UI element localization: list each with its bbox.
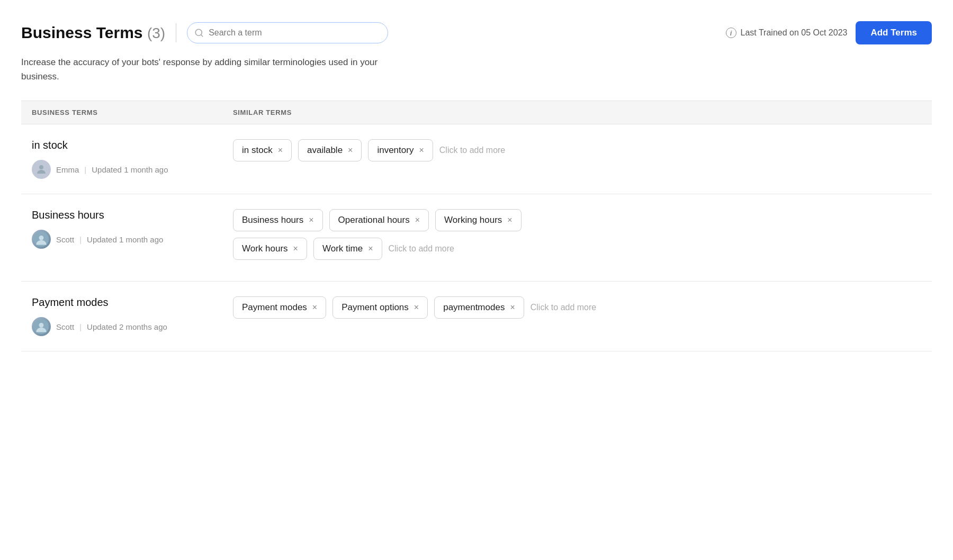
click-to-add-more[interactable]: Click to add more	[389, 244, 455, 254]
page-title: Business Terms (3)	[21, 24, 165, 42]
remove-tag-button[interactable]: ×	[368, 245, 373, 253]
tag-label: Work time	[322, 243, 363, 254]
avatar-initial	[32, 230, 51, 249]
avatar-initial	[32, 317, 51, 336]
remove-tag-button[interactable]: ×	[414, 303, 419, 312]
pipe-separator: |	[84, 165, 86, 174]
remove-tag-button[interactable]: ×	[507, 216, 512, 224]
remove-tag-button[interactable]: ×	[309, 216, 313, 224]
table-row: Payment modesScott|Updated 2 months agoP…	[21, 282, 932, 351]
term-name: in stock	[32, 139, 212, 151]
business-term-cell: in stockEmma|Updated 1 month ago	[21, 124, 222, 194]
click-to-add-more[interactable]: Click to add more	[531, 303, 597, 312]
add-terms-button[interactable]: Add Terms	[856, 21, 932, 44]
tags-row-1: Business hours×Operational hours×Working…	[233, 209, 921, 231]
remove-tag-button[interactable]: ×	[510, 303, 515, 312]
search-input[interactable]	[187, 22, 388, 43]
business-term-cell: Payment modesScott|Updated 2 months ago	[21, 282, 222, 351]
similar-term-tag: Work time×	[313, 238, 382, 260]
tag-label: Working hours	[444, 215, 502, 225]
tag-label: Work hours	[242, 243, 288, 254]
terms-table: BUSINESS TERMS SIMILAR TERMS in stockEmm…	[21, 101, 932, 351]
svg-point-4	[39, 236, 44, 240]
user-info: Scott|Updated 2 months ago	[32, 317, 212, 336]
tag-label: available	[307, 145, 343, 156]
avatar	[32, 230, 51, 249]
user-name: Scott	[56, 322, 74, 331]
svg-point-6	[39, 323, 44, 328]
user-info: Emma|Updated 1 month ago	[32, 160, 212, 179]
term-name: Business hours	[32, 209, 212, 221]
user-face-icon	[34, 319, 49, 334]
table-header: BUSINESS TERMS SIMILAR TERMS	[21, 101, 932, 124]
user-info: Scott|Updated 1 month ago	[32, 230, 212, 249]
similar-term-tag: Payment modes×	[233, 296, 326, 319]
updated-time: Updated 2 months ago	[87, 322, 167, 331]
tag-label: paymentmodes	[443, 302, 505, 313]
avatar	[32, 160, 51, 179]
page-header: Business Terms (3) i Last Trained on 05 …	[21, 21, 932, 44]
remove-tag-button[interactable]: ×	[348, 146, 353, 155]
tag-label: Operational hours	[338, 215, 410, 225]
info-icon: i	[726, 28, 736, 38]
similar-term-tag: inventory×	[368, 139, 433, 161]
similar-term-tag: Working hours×	[435, 209, 522, 231]
remove-tag-button[interactable]: ×	[278, 146, 283, 155]
tags-row-2: Work hours×Work time×Click to add more	[233, 238, 921, 260]
page-subtitle: Increase the accuracy of your bots' resp…	[21, 55, 392, 84]
similar-term-tag: available×	[298, 139, 362, 161]
tag-label: in stock	[242, 145, 273, 156]
col-similar-terms-header: SIMILAR TERMS	[222, 101, 932, 124]
user-face-icon	[34, 232, 49, 247]
tags-row: Payment modes×Payment options×paymentmod…	[233, 296, 921, 319]
svg-line-1	[201, 34, 203, 36]
click-to-add-more[interactable]: Click to add more	[439, 146, 506, 155]
tag-label: Business hours	[242, 215, 303, 225]
tags-row: in stock×available×inventory×Click to ad…	[233, 139, 921, 161]
remove-tag-button[interactable]: ×	[415, 216, 420, 224]
updated-time: Updated 1 month ago	[87, 235, 163, 244]
updated-time: Updated 1 month ago	[92, 165, 168, 174]
pipe-separator: |	[79, 235, 82, 244]
remove-tag-button[interactable]: ×	[293, 245, 298, 253]
similar-terms-cell: in stock×available×inventory×Click to ad…	[222, 124, 932, 194]
search-icon	[194, 28, 204, 38]
remove-tag-button[interactable]: ×	[312, 303, 317, 312]
header-divider	[176, 23, 176, 42]
similar-term-tag: Operational hours×	[329, 209, 429, 231]
search-wrapper	[187, 22, 388, 43]
term-name: Payment modes	[32, 296, 212, 309]
similar-terms-cell: Business hours×Operational hours×Working…	[222, 194, 932, 282]
table-body: in stockEmma|Updated 1 month agoin stock…	[21, 124, 932, 351]
tag-label: Payment options	[341, 302, 409, 313]
business-term-cell: Business hoursScott|Updated 1 month ago	[21, 194, 222, 282]
remove-tag-button[interactable]: ×	[419, 146, 424, 155]
similar-terms-cell: Payment modes×Payment options×paymentmod…	[222, 282, 932, 351]
user-name: Scott	[56, 235, 74, 244]
last-trained-info: i Last Trained on 05 Oct 2023	[726, 28, 848, 38]
svg-point-2	[39, 165, 43, 169]
similar-term-tag: paymentmodes×	[434, 296, 524, 319]
tag-label: Payment modes	[242, 302, 307, 313]
similar-term-tag: Payment options×	[332, 296, 428, 319]
table-row: Business hoursScott|Updated 1 month agoB…	[21, 194, 932, 282]
col-business-terms-header: BUSINESS TERMS	[21, 101, 222, 124]
pipe-separator: |	[79, 322, 82, 331]
similar-term-tag: Work hours×	[233, 238, 307, 260]
similar-term-tag: Business hours×	[233, 209, 323, 231]
person-icon	[35, 163, 48, 176]
table-row: in stockEmma|Updated 1 month agoin stock…	[21, 124, 932, 194]
similar-term-tag: in stock×	[233, 139, 292, 161]
tag-label: inventory	[377, 145, 413, 156]
avatar	[32, 317, 51, 336]
user-name: Emma	[56, 165, 79, 174]
